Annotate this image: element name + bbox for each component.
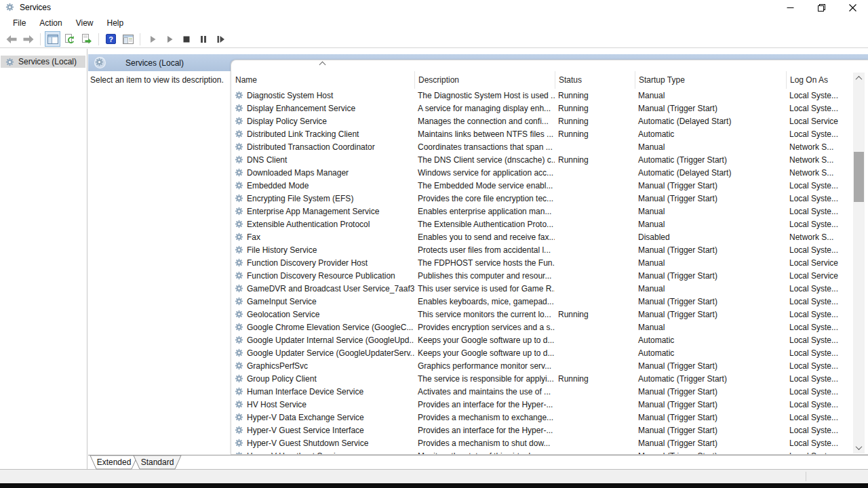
service-description: Monitors the state of this virtual ma... xyxy=(414,451,555,455)
service-description: This service monitors the current lo... xyxy=(414,310,555,319)
restart-service-button[interactable] xyxy=(212,31,228,47)
table-row[interactable]: Fax Enables you to send and receive fax.… xyxy=(231,230,856,243)
table-row[interactable]: Display Policy Service Manages the conne… xyxy=(231,115,856,127)
help-icon: ? xyxy=(106,34,116,44)
menu-view[interactable]: View xyxy=(69,16,100,30)
menu-action[interactable]: Action xyxy=(33,16,68,30)
service-startup-type: Manual (Trigger Start) xyxy=(635,297,786,306)
table-row[interactable]: Human Interface Device Service Activates… xyxy=(231,385,856,398)
column-header-name[interactable]: Name xyxy=(232,71,415,89)
table-row[interactable]: Hyper-V Data Exchange Service Provides a… xyxy=(231,411,856,424)
menu-file[interactable]: File xyxy=(6,16,33,30)
refresh-button[interactable] xyxy=(62,31,77,47)
table-row[interactable]: Distributed Transaction Coordinator Coor… xyxy=(231,140,856,153)
column-header-startup-type[interactable]: Startup Type xyxy=(635,71,787,89)
close-button[interactable] xyxy=(837,0,868,15)
table-row[interactable]: GraphicsPerfSvc Graphics performance mon… xyxy=(231,359,856,372)
service-logon-as: Local Syste... xyxy=(786,91,856,100)
service-description: The Diagnostic System Host is used ... xyxy=(414,91,555,100)
scroll-up-button[interactable] xyxy=(853,73,865,84)
help-button[interactable]: ? xyxy=(103,31,119,47)
tab-standard[interactable]: Standard xyxy=(133,455,182,469)
vertical-scrollbar[interactable] xyxy=(853,73,865,453)
service-description: This user service is used for Game R... xyxy=(414,284,555,293)
menu-bar: File Action View Help xyxy=(0,15,868,30)
table-row[interactable]: Embedded Mode The Embedded Mode service … xyxy=(231,179,856,192)
table-row[interactable]: Extensible Authentication Protocol The E… xyxy=(231,218,856,230)
table-row[interactable]: Google Updater Service (GoogleUpdaterSer… xyxy=(231,346,856,359)
table-row[interactable]: DNS Client The DNS Client service (dnsca… xyxy=(231,153,856,166)
service-logon-as: Local Syste... xyxy=(786,348,856,358)
service-description: Enables keyboards, mice, gamepad... xyxy=(414,297,555,306)
table-row[interactable]: Hyper-V Guest Service Interface Provides… xyxy=(231,424,856,436)
service-description: The FDPHOST service hosts the Fun... xyxy=(414,258,555,268)
table-row[interactable]: Geolocation Service This service monitor… xyxy=(231,308,856,321)
service-name: GraphicsPerfSvc xyxy=(247,361,308,371)
services-list-body: Diagnostic System Host The Diagnostic Sy… xyxy=(231,89,856,454)
service-startup-type: Manual (Trigger Start) xyxy=(635,194,786,203)
status-bar-divider xyxy=(806,472,806,481)
table-row[interactable]: GameDVR and Broadcast User Service_7aaf3… xyxy=(231,282,856,295)
service-gear-icon xyxy=(235,297,243,306)
pause-service-button[interactable] xyxy=(195,31,211,47)
table-row[interactable]: File History Service Protects user files… xyxy=(231,243,856,256)
table-row[interactable]: Function Discovery Provider Host The FDP… xyxy=(231,256,856,269)
tab-label: Extended xyxy=(90,455,138,469)
start-service-icon xyxy=(148,35,157,44)
table-row[interactable]: Google Updater Internal Service (GoogleU… xyxy=(231,333,856,346)
table-row[interactable]: Diagnostic System Host The Diagnostic Sy… xyxy=(231,89,856,102)
service-description: Maintains links between NTFS files ... xyxy=(414,129,555,139)
table-row[interactable]: Encrypting File System (EFS) Provides th… xyxy=(231,192,856,205)
service-gear-icon xyxy=(235,426,243,434)
service-name: DNS Client xyxy=(247,155,287,165)
service-name: Display Policy Service xyxy=(247,117,327,126)
sidebar-item-services-local[interactable]: Services (Local) xyxy=(1,56,85,68)
table-row[interactable]: Distributed Link Tracking Client Maintai… xyxy=(231,127,856,140)
tab-extended[interactable]: Extended xyxy=(90,455,138,469)
service-gear-icon xyxy=(235,310,243,319)
table-row[interactable]: Google Chrome Elevation Service (GoogleC… xyxy=(231,321,856,333)
service-gear-icon xyxy=(235,142,243,151)
table-row[interactable]: Downloaded Maps Manager Windows service … xyxy=(231,166,856,179)
table-row[interactable]: HV Host Service Provides an interface fo… xyxy=(231,398,856,411)
service-gear-icon xyxy=(235,451,243,454)
service-logon-as: Local Syste... xyxy=(786,207,856,216)
service-startup-type: Manual (Trigger Start) xyxy=(635,413,786,422)
service-gear-icon xyxy=(235,207,243,216)
minimize-button[interactable] xyxy=(774,0,806,15)
table-row[interactable]: Hyper-V Heartbeat Service Monitors the s… xyxy=(231,449,856,454)
back-button[interactable] xyxy=(3,31,19,47)
service-description: Provides a mechanism to exchange... xyxy=(414,413,555,422)
service-status: Running xyxy=(555,91,635,100)
table-row[interactable]: GameInput Service Enables keyboards, mic… xyxy=(231,295,856,308)
table-row[interactable]: Hyper-V Guest Shutdown Service Provides … xyxy=(231,436,856,449)
service-gear-icon xyxy=(235,348,243,357)
table-row[interactable]: Group Policy Client The service is respo… xyxy=(231,372,856,385)
menu-help[interactable]: Help xyxy=(100,16,131,30)
column-header-description[interactable]: Description xyxy=(415,71,555,89)
forward-button[interactable] xyxy=(20,31,36,47)
show-console-tree-button[interactable] xyxy=(45,31,60,47)
column-header-status[interactable]: Status xyxy=(555,71,635,89)
resume-service-icon xyxy=(165,35,174,44)
scrollbar-thumb[interactable] xyxy=(854,152,864,202)
title-bar: Services xyxy=(0,0,868,15)
service-gear-icon xyxy=(235,336,243,344)
service-description: The service is responsible for applyi... xyxy=(414,374,555,384)
service-name: Hyper-V Guest Service Interface xyxy=(247,426,364,435)
table-row[interactable]: Display Enhancement Service A service fo… xyxy=(231,102,856,115)
service-status: Running xyxy=(555,310,635,319)
show-hide-action-pane-button[interactable] xyxy=(120,31,136,47)
table-row[interactable]: Enterprise App Management Service Enable… xyxy=(231,205,856,218)
show-console-tree-icon xyxy=(47,35,58,44)
start-service-button[interactable] xyxy=(144,31,160,47)
table-row[interactable]: Function Discovery Resource Publication … xyxy=(231,269,856,282)
service-gear-icon xyxy=(235,271,243,280)
export-list-button[interactable] xyxy=(79,31,94,47)
resume-service-button[interactable] xyxy=(161,31,177,47)
scroll-down-button[interactable] xyxy=(853,442,865,453)
restore-button[interactable] xyxy=(806,0,837,15)
stop-service-button[interactable] xyxy=(178,31,194,47)
service-logon-as: Local Syste... xyxy=(786,323,856,332)
service-logon-as: Local Service xyxy=(786,271,856,281)
